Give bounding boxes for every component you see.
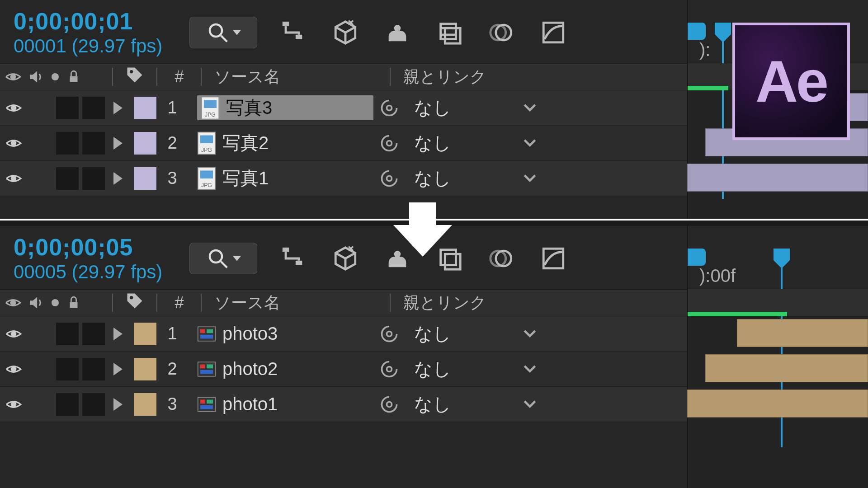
search-button[interactable] [189,17,257,48]
3d-cube-icon[interactable] [332,245,359,272]
lock-toggle[interactable] [82,167,105,190]
chevron-down-icon [524,400,536,409]
current-timecode[interactable]: 0;00;00;05 [14,234,162,261]
layer-name[interactable]: 写真3 [226,95,272,120]
frame-blend-icon[interactable] [436,19,463,46]
solo-toggle[interactable] [56,167,79,190]
parent-dropdown[interactable]: なし [405,321,550,346]
chevron-down-icon [524,174,536,183]
layer-duration-bar[interactable] [705,354,868,382]
pickwhip-icon[interactable] [373,394,405,414]
lock-toggle[interactable] [82,323,105,345]
current-timecode[interactable]: 0;00;00;01 [14,8,162,35]
parent-dropdown[interactable]: なし [405,166,550,191]
layer-index: 3 [161,394,184,414]
svg-rect-47 [198,327,216,341]
pickwhip-icon[interactable] [373,324,405,344]
svg-point-4 [394,25,401,32]
svg-rect-5 [441,24,456,39]
lock-toggle[interactable] [82,358,105,380]
layer-name[interactable]: 写真2 [222,131,269,155]
svg-rect-56 [200,370,213,374]
solo-toggle[interactable] [56,393,79,416]
eye-column-icon [5,294,22,311]
timeline-ruler-area[interactable]: ):00f [687,226,868,488]
layer-name[interactable]: photo1 [222,394,278,414]
composition-icon [197,322,216,346]
svg-point-51 [387,331,392,336]
pickwhip-icon[interactable] [373,133,405,153]
source-column-header[interactable]: ソース名 [205,66,386,88]
composition-icon [197,392,216,417]
expand-toggle[interactable] [107,398,129,411]
parent-dropdown[interactable]: なし [405,357,550,381]
lock-column-icon [66,295,81,310]
cache-indicator [688,86,728,90]
speaker-column-icon [27,294,44,311]
svg-rect-44 [70,302,78,308]
lock-toggle[interactable] [82,97,105,119]
solo-column-icon [50,297,61,308]
lock-toggle[interactable] [82,132,105,155]
eye-icon[interactable] [5,325,22,343]
solo-toggle[interactable] [56,132,79,155]
search-button[interactable] [189,243,257,274]
playhead-marker[interactable] [769,249,794,268]
layer-name[interactable]: photo3 [222,324,278,344]
work-area-start-marker[interactable] [688,23,706,40]
expand-toggle[interactable] [107,328,129,340]
graph-editor-icon[interactable] [540,245,567,272]
svg-rect-64 [774,249,790,260]
expand-toggle[interactable] [107,137,129,150]
eye-icon[interactable] [5,361,22,378]
solo-toggle[interactable] [56,323,79,345]
layer-color-swatch[interactable] [134,167,156,190]
motion-blur-icon[interactable] [488,245,515,272]
3d-cube-icon[interactable] [332,19,359,46]
work-area-start-marker[interactable] [688,249,706,266]
layer-duration-bar[interactable] [687,164,868,192]
solo-toggle[interactable] [56,358,79,380]
svg-point-13 [52,73,59,80]
parent-column-header[interactable]: 親とリンク [394,292,486,314]
layer-duration-bar[interactable] [687,389,868,418]
lock-toggle[interactable] [82,393,105,416]
pickwhip-icon[interactable] [373,98,405,118]
svg-rect-60 [200,399,205,404]
layer-duration-bar[interactable] [737,319,868,347]
parent-dropdown[interactable]: なし [405,131,550,155]
layer-color-swatch[interactable] [134,132,156,155]
layer-color-swatch[interactable] [134,323,156,345]
layer-color-swatch[interactable] [134,358,156,380]
flowchart-icon[interactable] [280,19,307,46]
expand-toggle[interactable] [107,363,129,375]
motion-blur-icon[interactable] [488,19,515,46]
shy-icon[interactable] [384,19,411,46]
layer-color-swatch[interactable] [134,393,156,416]
svg-rect-35 [296,261,302,265]
eye-icon[interactable] [5,99,22,117]
pickwhip-icon[interactable] [373,359,405,379]
parent-dropdown[interactable]: なし [405,392,550,417]
playhead-marker[interactable] [710,23,736,42]
timeline-panel-after: 0;00;00;05 00005 (29.97 fps) # ソース名 [0,226,868,488]
number-column-header: # [161,293,197,312]
flowchart-icon[interactable] [280,245,307,272]
svg-rect-14 [70,76,78,82]
svg-rect-49 [207,329,213,333]
eye-icon[interactable] [5,396,22,413]
parent-column-header[interactable]: 親とリンク [394,66,486,88]
expand-toggle[interactable] [107,172,129,185]
down-arrow-icon [393,202,452,257]
layer-name[interactable]: photo2 [222,359,278,379]
eye-icon[interactable] [5,170,22,187]
source-column-header[interactable]: ソース名 [205,292,386,314]
solo-toggle[interactable] [56,97,79,119]
parent-dropdown[interactable]: なし [405,95,550,120]
layer-name[interactable]: 写真1 [222,166,269,191]
pickwhip-icon[interactable] [373,169,405,188]
layer-color-swatch[interactable] [134,97,156,119]
eye-icon[interactable] [5,135,22,152]
graph-editor-icon[interactable] [540,19,567,46]
expand-toggle[interactable] [107,102,129,114]
